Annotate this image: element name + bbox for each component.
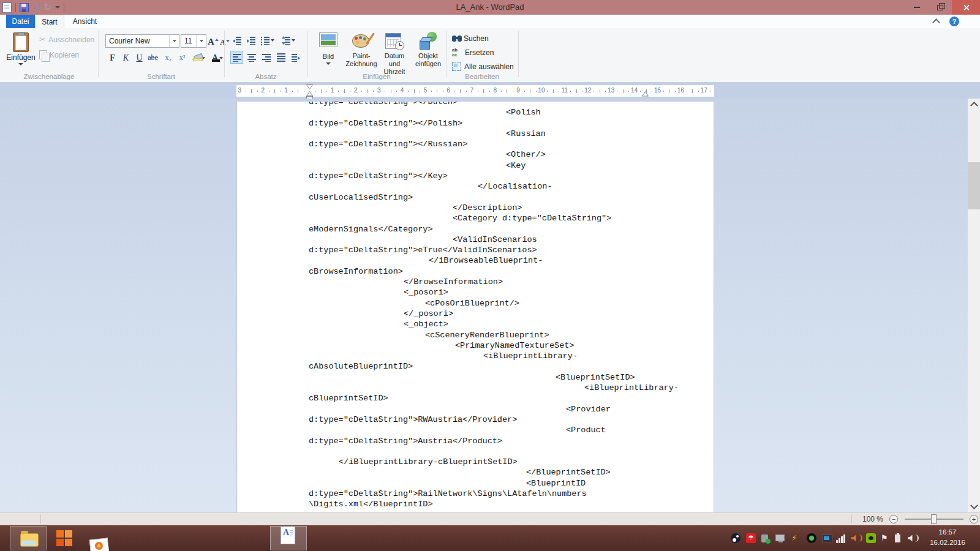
ruler-tick: [304, 91, 304, 92]
vertical-scrollbar[interactable]: [968, 99, 980, 512]
close-button[interactable]: [952, 0, 980, 15]
paint-drawing-button[interactable]: Paint-Zeichnung: [345, 31, 377, 77]
increase-indent-button[interactable]: [244, 34, 257, 47]
avira-tray-icon[interactable]: ☂: [746, 533, 756, 543]
copy-label: Kopieren: [50, 51, 79, 59]
decrease-indent-button[interactable]: [230, 34, 243, 47]
combo-arrow[interactable]: [196, 35, 206, 47]
nvidia-tray-icon[interactable]: [866, 533, 876, 543]
window-title: LA_Ank - WordPad: [0, 0, 980, 15]
network-monitor-tray-icon[interactable]: [775, 534, 785, 541]
combo-arrow[interactable]: [169, 35, 179, 47]
line-spacing-icon: [282, 36, 290, 45]
clock[interactable]: 16:57 16.02.2016: [920, 527, 975, 548]
italic-button[interactable]: K: [119, 51, 132, 64]
ruler-tick: [623, 89, 624, 93]
line-spacing-button[interactable]: [279, 34, 298, 47]
bullets-icon: [261, 36, 270, 45]
bullets-button[interactable]: [258, 34, 277, 47]
find-button[interactable]: Suchen: [452, 34, 489, 43]
ruler-tick: [350, 91, 350, 92]
right-indent-marker[interactable]: [642, 91, 649, 97]
ruler-tick: [698, 91, 699, 92]
steam-tray-icon[interactable]: [731, 533, 741, 543]
insert-object-button[interactable]: Objekt einfügen: [413, 31, 443, 77]
collapse-ribbon-icon[interactable]: [933, 18, 941, 25]
scroll-down-icon[interactable]: [968, 502, 980, 512]
volume-tray-icon[interactable]: [908, 533, 918, 543]
replace-button[interactable]: ab ac Ersetzen: [452, 48, 494, 58]
doc-line: <iBlueprintLibrary-: [237, 351, 714, 361]
grow-font-button[interactable]: A: [208, 34, 219, 47]
date-time-button[interactable]: Datum und Uhrzeit: [379, 31, 410, 77]
bold-button[interactable]: F: [106, 51, 119, 64]
ruler-number: 7: [467, 87, 476, 94]
taskbar-button-file-explorer[interactable]: [10, 526, 47, 550]
scroll-up-icon[interactable]: [968, 99, 980, 109]
recorder-tray-icon[interactable]: [807, 533, 816, 543]
tab-start[interactable]: Start: [35, 15, 64, 28]
doc-line: <iBlueprintLibrary-: [237, 383, 714, 393]
strikethrough-button[interactable]: abe: [146, 51, 159, 64]
select-all-button[interactable]: Alle auswählen: [452, 62, 514, 71]
tab-ansicht[interactable]: Ansicht: [64, 15, 105, 28]
audio-tray-icon[interactable]: [851, 533, 861, 543]
subscript-button[interactable]: x₂: [162, 51, 175, 64]
align-right-button[interactable]: [260, 51, 273, 64]
doc-line: d:type="cDeltaString"></Dutch>: [237, 102, 714, 107]
insert-picture-button[interactable]: Bild: [312, 31, 344, 77]
shrink-font-button[interactable]: A: [219, 34, 230, 47]
battery-tray-icon[interactable]: [895, 534, 900, 542]
tab-datei[interactable]: Datei: [6, 15, 35, 28]
ribbon: Einfügen ✂ Ausschneiden Kopieren Zwische…: [0, 28, 980, 83]
align-center-button[interactable]: [245, 51, 258, 64]
highlight-button[interactable]: [190, 51, 206, 64]
scrollbar-thumb[interactable]: [968, 162, 980, 209]
cut-button[interactable]: ✂ Ausschneiden: [39, 35, 94, 44]
doc-line: d:type="cDeltaString"></Polish>: [237, 118, 714, 129]
ruler-number: 17: [699, 87, 708, 94]
superscript-button[interactable]: x²: [176, 51, 189, 64]
font-family-combo[interactable]: Courier New: [105, 34, 179, 48]
underline-button[interactable]: U: [133, 51, 146, 64]
first-line-indent-marker[interactable]: [306, 84, 313, 89]
taskbar-button-wordpad[interactable]: [270, 526, 307, 550]
ruler-tick: [391, 89, 391, 93]
titlebar: ↺ ↻ LA_Ank - WordPad: [0, 0, 980, 15]
doc-line: [237, 446, 714, 457]
restore-button[interactable]: [929, 0, 952, 15]
group-separator: [224, 31, 225, 77]
select-all-icon: [452, 62, 461, 71]
chevron-down-icon: [292, 39, 295, 42]
office-icon[interactable]: [56, 530, 64, 538]
align-right-icon: [262, 53, 271, 62]
ruler-tick: [454, 91, 455, 92]
ruler-tick: [553, 89, 554, 93]
ruler-tick: [251, 89, 252, 93]
font-color-button[interactable]: A: [209, 51, 225, 64]
usb-tray-icon[interactable]: [761, 534, 768, 542]
ruler-tick: [524, 91, 525, 92]
photo-gallery-icon[interactable]: [89, 538, 109, 551]
zoom-slider-thumb[interactable]: [931, 514, 937, 524]
zoom-level-label: 100 %: [855, 515, 883, 523]
ruler-tick: [326, 91, 327, 92]
zoom-in-button[interactable]: +: [970, 515, 978, 523]
align-left-button[interactable]: [230, 51, 243, 64]
display-tray-icon[interactable]: [822, 534, 832, 542]
signal-tray-icon[interactable]: [836, 533, 846, 543]
ruler-number: 5: [421, 87, 430, 94]
help-icon[interactable]: ?: [949, 17, 959, 26]
zoom-out-button[interactable]: −: [889, 515, 898, 523]
action-center-flag-icon[interactable]: ⚑: [881, 533, 891, 543]
paste-button[interactable]: Einfügen: [5, 31, 37, 75]
font-size-combo[interactable]: 11: [181, 34, 206, 48]
power-tray-icon[interactable]: ⚡: [791, 533, 801, 543]
minimize-button[interactable]: [905, 0, 929, 15]
doc-line: <BlueprintSetID>: [237, 372, 714, 383]
paragraph-dialog-button[interactable]: [289, 51, 302, 64]
ruler-bar: 3211234567891011121314151617: [0, 82, 980, 99]
copy-button[interactable]: Kopieren: [39, 50, 79, 59]
document-page[interactable]: d:type="cDeltaString"></Dutch><Polishd:t…: [236, 102, 714, 512]
justify-button[interactable]: [274, 51, 287, 64]
